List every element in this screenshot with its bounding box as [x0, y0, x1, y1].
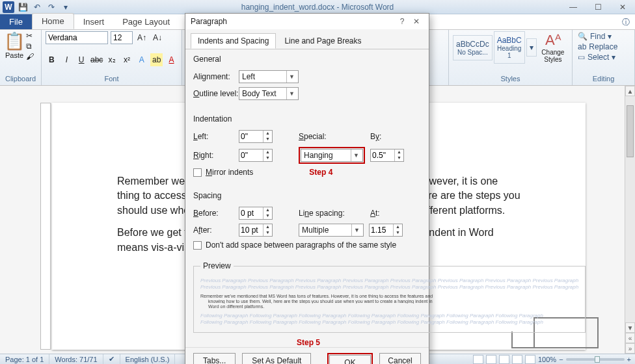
- find-button[interactable]: 🔍Find ▾: [576, 31, 630, 42]
- space-after-input[interactable]: ▲▼: [239, 224, 273, 237]
- line-spacing-label: Line spacing:: [299, 209, 351, 218]
- status-page[interactable]: Page: 1 of 1: [0, 354, 49, 364]
- space-before-input[interactable]: ▲▼: [239, 207, 273, 220]
- section-indentation: Indentation: [185, 109, 429, 126]
- page-layout-tab[interactable]: Page Layout: [113, 14, 179, 29]
- special-select[interactable]: Hanging▼: [301, 149, 363, 162]
- font-color-button[interactable]: A: [165, 53, 178, 66]
- clipboard-group-label: Clipboard: [4, 75, 37, 84]
- ok-button[interactable]: OK: [329, 355, 371, 364]
- set-default-button[interactable]: Set As Default: [242, 353, 311, 364]
- home-tab[interactable]: Home: [32, 13, 74, 29]
- next-page-icon[interactable]: »: [625, 343, 635, 354]
- at-input[interactable]: ▲▼: [369, 224, 403, 237]
- outline-level-select[interactable]: Body Text▼: [239, 87, 299, 100]
- highlight-button[interactable]: ab: [150, 53, 163, 66]
- qat-dropdown-icon[interactable]: ▾: [60, 1, 72, 13]
- font-name-input[interactable]: [46, 31, 108, 44]
- vertical-ruler[interactable]: [40, 103, 51, 350]
- preview-box: Preview Previous Paragraph Previous Para…: [193, 261, 586, 333]
- step4-highlight: Hanging▼: [299, 147, 365, 164]
- view-fullscreen-icon[interactable]: [486, 355, 496, 364]
- view-web-icon[interactable]: [499, 355, 509, 364]
- zoom-slider[interactable]: [566, 358, 625, 361]
- view-outline-icon[interactable]: [512, 355, 522, 364]
- select-icon: ▭: [578, 53, 585, 62]
- text-effects-button[interactable]: A: [135, 53, 148, 66]
- find-icon: 🔍: [578, 32, 588, 41]
- minimize-button[interactable]: —: [561, 0, 586, 14]
- cut-icon[interactable]: ✂: [26, 31, 34, 40]
- styles-more-icon[interactable]: ▾: [526, 38, 537, 57]
- save-icon[interactable]: 💾: [17, 1, 29, 13]
- subscript-button[interactable]: x₂: [106, 53, 118, 66]
- prev-page-icon[interactable]: «: [625, 333, 635, 343]
- scroll-thumb[interactable]: [627, 105, 634, 157]
- change-styles-icon[interactable]: Aᴬ: [545, 32, 561, 49]
- dialog-close-icon[interactable]: ✕: [409, 17, 424, 26]
- insert-tab[interactable]: Insert: [74, 14, 114, 29]
- view-draft-icon[interactable]: [525, 355, 535, 364]
- line-spacing-select[interactable]: Multiple▼: [299, 224, 364, 237]
- bold-button[interactable]: B: [46, 53, 58, 66]
- underline-button[interactable]: U: [75, 53, 88, 66]
- zoom-level[interactable]: 100%: [538, 356, 556, 363]
- undo-icon[interactable]: ↶: [31, 1, 43, 13]
- shrink-font-icon[interactable]: A↓: [151, 31, 164, 44]
- cancel-button[interactable]: Cancel: [379, 353, 421, 364]
- styles-group-label: Styles: [453, 75, 568, 84]
- tab-indents-spacing[interactable]: Indents and Spacing: [191, 33, 276, 49]
- dont-add-space-checkbox[interactable]: [193, 241, 202, 250]
- window-title: hanging_indent_word.docx - Microsoft Wor…: [74, 3, 561, 12]
- zoom-in-icon[interactable]: +: [627, 356, 631, 363]
- superscript-button[interactable]: x²: [121, 53, 133, 66]
- scroll-up-icon[interactable]: ▲: [625, 86, 635, 96]
- title-bar: W 💾 ↶ ↷ ▾ hanging_indent_word.docx - Mic…: [0, 0, 635, 14]
- alignment-select[interactable]: Left▼: [239, 70, 299, 83]
- mirror-indents-checkbox[interactable]: [193, 168, 202, 177]
- step5-highlight: OK: [327, 353, 373, 364]
- section-general: General: [185, 49, 429, 66]
- redo-icon[interactable]: ↷: [46, 1, 57, 13]
- view-print-layout-icon[interactable]: [473, 355, 483, 364]
- at-label: At:: [370, 209, 386, 218]
- style-nospacing[interactable]: aBbCcDc No Spac...: [453, 35, 493, 60]
- grow-font-icon[interactable]: A↑: [135, 31, 148, 44]
- status-proofing-icon[interactable]: ✔: [103, 354, 120, 364]
- scroll-down-icon[interactable]: ▼: [625, 322, 635, 333]
- by-input[interactable]: ▲▼: [370, 149, 404, 162]
- close-button[interactable]: ✕: [610, 0, 635, 14]
- tabs-button[interactable]: Tabs...: [193, 353, 236, 364]
- indent-left-input[interactable]: ▲▼: [239, 130, 273, 143]
- status-words[interactable]: Words: 71/71: [49, 354, 103, 364]
- dialog-help-icon[interactable]: ?: [395, 17, 409, 26]
- indent-right-input[interactable]: ▲▼: [239, 149, 273, 162]
- word-app-icon[interactable]: W: [3, 1, 14, 13]
- tab-line-page-breaks[interactable]: Line and Page Breaks: [277, 33, 368, 49]
- section-spacing: Spacing: [185, 186, 429, 203]
- paste-icon[interactable]: 📋: [4, 31, 25, 51]
- status-language[interactable]: English (U.S.): [120, 354, 176, 364]
- special-label: Special:: [299, 132, 332, 141]
- replace-button[interactable]: abReplace: [576, 42, 630, 52]
- style-heading1[interactable]: AaBbC Heading 1: [494, 31, 525, 64]
- format-painter-icon[interactable]: 🖌: [26, 52, 34, 61]
- font-size-input[interactable]: [111, 31, 133, 44]
- chevron-down-icon: ▼: [351, 224, 362, 236]
- zoom-out-icon[interactable]: −: [559, 356, 563, 363]
- maximize-button[interactable]: ☐: [586, 0, 610, 14]
- space-before-label: Before:: [193, 209, 239, 218]
- outline-level-label: Outline level:: [193, 89, 239, 98]
- file-tab[interactable]: File: [0, 14, 32, 29]
- step4-annotation: Step 4: [309, 168, 332, 177]
- paste-label: Paste: [5, 51, 23, 59]
- italic-button[interactable]: I: [61, 53, 73, 66]
- font-group-label: Font: [46, 75, 178, 84]
- select-button[interactable]: ▭Select ▾: [576, 52, 630, 62]
- copy-icon[interactable]: ⧉: [26, 42, 34, 51]
- vertical-scrollbar[interactable]: ▲ ▼ « »: [625, 86, 635, 354]
- help-icon[interactable]: ⓘ: [617, 16, 635, 29]
- strikethrough-button[interactable]: abc: [90, 53, 103, 66]
- chevron-down-icon: ▼: [286, 88, 297, 99]
- dont-add-space-label: Don't add space between paragraphs of th…: [206, 240, 396, 250]
